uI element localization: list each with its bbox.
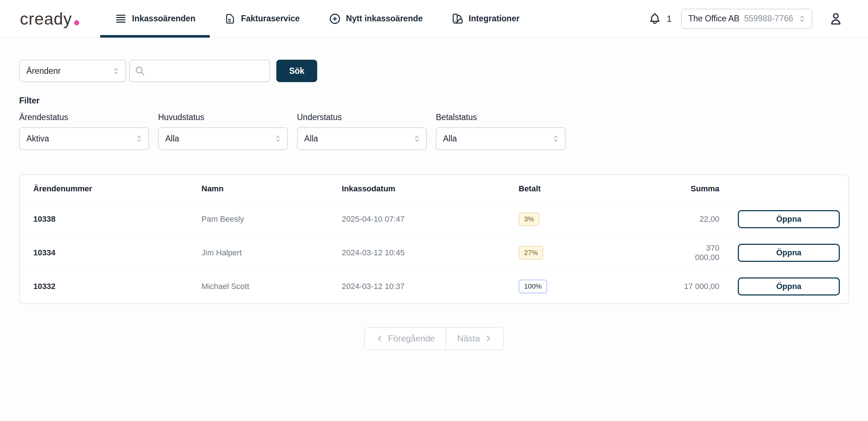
company-org-number: 559988-7766 xyxy=(744,14,793,24)
tab-label: Fakturaservice xyxy=(241,14,299,24)
debtor-name: Pam Beesly xyxy=(201,214,342,224)
filter-section-title: Filter xyxy=(19,96,849,106)
brand-logo[interactable]: cready xyxy=(20,0,79,37)
table-row: 10332 Michael Scott 2024-03-12 10:37 100… xyxy=(20,269,848,303)
paid-percent-badge: 100% xyxy=(519,280,547,293)
action-cell: Öppna xyxy=(719,210,840,228)
paid-percent-badge: 27% xyxy=(519,246,543,260)
list-icon xyxy=(115,13,127,25)
notifications-button[interactable]: 1 xyxy=(648,12,672,25)
filter-value: Alla xyxy=(165,134,179,144)
filter-label: Betalstatus xyxy=(436,112,566,122)
paid-cell: 100% xyxy=(519,280,683,293)
filter-select-arendestatus[interactable]: Aktiva xyxy=(19,127,149,150)
case-number: 10338 xyxy=(33,214,201,224)
table-row: 10334 Jim Halpert 2024-03-12 10:45 27% 3… xyxy=(20,236,848,269)
filter-label: Ärendestatus xyxy=(19,112,149,122)
chevron-right-icon xyxy=(484,335,492,343)
brand-name: cready xyxy=(20,9,72,29)
chevron-up-down-icon xyxy=(552,135,560,143)
tab-fakturaservice[interactable]: Fakturaservice xyxy=(210,0,314,37)
user-menu-button[interactable] xyxy=(829,12,843,26)
filter-label: Understatus xyxy=(297,112,427,122)
search-box xyxy=(129,60,270,82)
brand-dot-icon xyxy=(74,20,79,25)
action-cell: Öppna xyxy=(719,277,840,295)
document-icon xyxy=(224,13,236,25)
search-field-value: Ärendenr xyxy=(26,66,61,76)
paid-cell: 27% xyxy=(519,246,683,260)
filter-arendestatus: Ärendestatus Aktiva xyxy=(19,106,149,150)
col-namn: Namn xyxy=(201,184,342,194)
plus-circle-icon xyxy=(329,13,341,25)
filter-value: Alla xyxy=(304,134,318,144)
next-page-button[interactable]: Nästa xyxy=(446,328,503,349)
paid-cell: 3% xyxy=(519,212,683,226)
collection-date: 2025-04-10 07:47 xyxy=(342,214,519,224)
top-nav-bar: cready Inkassoärenden Fakturaservice Nyt… xyxy=(0,0,868,38)
tab-label: Integrationer xyxy=(469,14,520,24)
collection-date: 2024-03-12 10:37 xyxy=(342,282,519,291)
chevron-up-down-icon xyxy=(112,67,120,75)
debtor-name: Jim Halpert xyxy=(201,248,342,258)
search-input[interactable] xyxy=(149,66,264,76)
notification-count: 1 xyxy=(667,14,672,24)
chevron-up-down-icon xyxy=(413,135,421,143)
case-number: 10332 xyxy=(33,282,201,291)
chevron-left-icon xyxy=(376,335,384,343)
company-selector[interactable]: The Office AB 559988-7766 xyxy=(681,9,812,29)
tab-label: Nytt inkassoärende xyxy=(346,14,423,24)
filter-value: Aktiva xyxy=(26,134,49,144)
table-row: 10338 Pam Beesly 2025-04-10 07:47 3% 22,… xyxy=(20,202,848,236)
chevron-up-down-icon xyxy=(274,135,282,143)
col-betalt: Betalt xyxy=(519,184,683,194)
pagination-group: Föregående Nästa xyxy=(364,327,504,350)
paid-percent-badge: 3% xyxy=(519,212,539,226)
action-cell: Öppna xyxy=(719,244,840,262)
search-button[interactable]: Sök xyxy=(276,60,317,82)
amount: 370 000,00 xyxy=(683,243,719,262)
tab-label: Inkassoärenden xyxy=(132,14,195,24)
pagination: Föregående Nästa xyxy=(19,327,849,350)
previous-page-button[interactable]: Föregående xyxy=(365,328,446,349)
bell-icon xyxy=(648,12,661,25)
main-content: Ärendenr Sök Filter Ärendestatus Aktiva xyxy=(0,60,868,350)
filter-understatus: Understatus Alla xyxy=(297,106,427,150)
case-number: 10334 xyxy=(33,248,201,258)
tab-inkassoarenden[interactable]: Inkassoärenden xyxy=(100,0,210,37)
user-icon xyxy=(829,12,843,26)
search-row: Ärendenr Sök xyxy=(19,60,849,82)
filter-select-betalstatus[interactable]: Alla xyxy=(436,127,566,150)
swatch-icon xyxy=(452,13,464,25)
filter-label: Huvudstatus xyxy=(158,112,288,122)
previous-page-label: Föregående xyxy=(388,333,435,344)
search-field-select[interactable]: Ärendenr xyxy=(19,60,126,82)
collection-date: 2024-03-12 10:45 xyxy=(342,248,519,258)
open-case-button[interactable]: Öppna xyxy=(738,210,840,228)
chevron-up-down-icon xyxy=(798,14,807,23)
cases-table: Ärendenummer Namn Inkassodatum Betalt Su… xyxy=(19,174,849,304)
chevron-up-down-icon xyxy=(135,135,143,143)
table-header-row: Ärendenummer Namn Inkassodatum Betalt Su… xyxy=(20,175,848,202)
filter-huvudstatus: Huvudstatus Alla xyxy=(158,106,288,150)
amount: 22,00 xyxy=(683,214,719,224)
open-case-button[interactable]: Öppna xyxy=(738,277,840,295)
filter-betalstatus: Betalstatus Alla xyxy=(436,106,566,150)
main-nav: Inkassoärenden Fakturaservice Nytt inkas… xyxy=(100,0,534,37)
debtor-name: Michael Scott xyxy=(201,282,342,291)
filter-select-understatus[interactable]: Alla xyxy=(297,127,427,150)
col-summa: Summa xyxy=(683,184,719,194)
search-icon xyxy=(135,66,145,76)
amount: 17 000,00 xyxy=(683,282,719,291)
company-name: The Office AB xyxy=(688,14,739,24)
col-inkassodatum: Inkassodatum xyxy=(342,184,519,194)
filter-select-huvudstatus[interactable]: Alla xyxy=(158,127,288,150)
filter-value: Alla xyxy=(443,134,457,144)
open-case-button[interactable]: Öppna xyxy=(738,244,840,262)
filter-row: Ärendestatus Aktiva Huvudstatus Alla Und… xyxy=(19,106,849,150)
tab-nytt-inkassoarende[interactable]: Nytt inkassoärende xyxy=(314,0,437,37)
next-page-label: Nästa xyxy=(457,333,480,344)
tab-integrationer[interactable]: Integrationer xyxy=(437,0,534,37)
header-right: 1 The Office AB 559988-7766 xyxy=(648,0,843,37)
col-arendenummer: Ärendenummer xyxy=(33,184,201,194)
